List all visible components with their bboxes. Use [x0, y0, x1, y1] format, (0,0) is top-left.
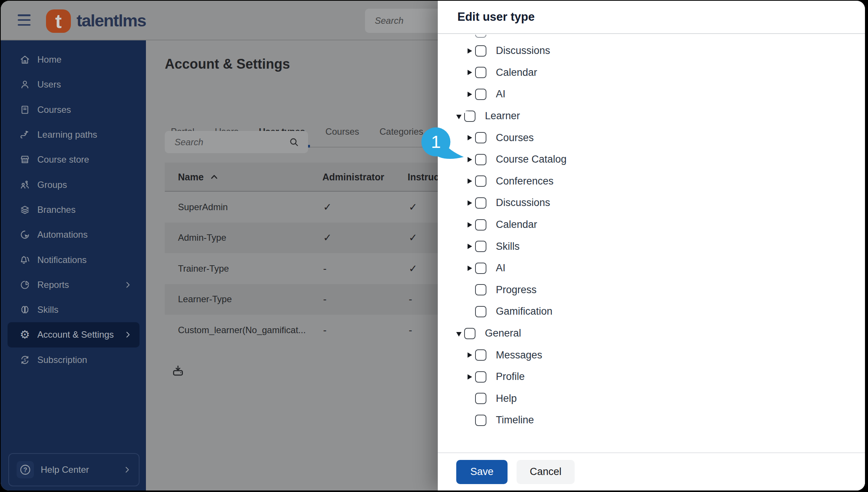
expand-arrow-icon[interactable]	[467, 70, 472, 75]
tree-item-timeline: Timeline	[438, 409, 865, 431]
expand-arrow-icon[interactable]	[467, 48, 472, 54]
expand-arrow-icon[interactable]	[467, 135, 472, 140]
instructor-value: ✓	[409, 263, 417, 275]
sidebar-item-learning-paths[interactable]: Learning paths	[8, 122, 140, 147]
checkbox-unchecked[interactable]	[475, 89, 486, 100]
tree-item-messages: Messages	[438, 344, 865, 366]
save-button[interactable]: Save	[456, 460, 508, 484]
logo-text: talentlms	[77, 1, 146, 40]
checkbox-checked[interactable]	[475, 197, 486, 209]
collapse-arrow-icon[interactable]	[456, 114, 462, 119]
checkbox-checked[interactable]	[475, 241, 486, 252]
pie-icon	[19, 279, 31, 291]
tree-item-label: Discussions	[496, 45, 550, 57]
layers-icon	[19, 204, 31, 216]
expand-arrow-icon[interactable]	[467, 352, 472, 358]
checkbox-checked[interactable]	[475, 263, 486, 274]
expand-arrow-icon[interactable]	[467, 200, 472, 206]
sidebar-item-course-store[interactable]: Course store	[8, 147, 140, 172]
checkbox-checked[interactable]	[475, 393, 486, 404]
subscription-icon: $	[19, 354, 31, 366]
collapse-arrow-icon[interactable]	[456, 331, 462, 336]
tree-item-progress: Progress	[438, 279, 865, 301]
tree-item-learner: Learner	[438, 105, 865, 127]
permissions-tree: DiscussionsCalendarAILearnerCoursesCours…	[438, 35, 865, 452]
instructor-value: ✓	[409, 232, 417, 244]
sidebar-item-skills[interactable]: Skills	[8, 297, 140, 322]
checkbox-checked[interactable]	[475, 371, 486, 383]
checkbox-unchecked[interactable]	[475, 67, 486, 78]
tree-item-discussions: Discussions	[438, 40, 865, 62]
administrator-value: -	[323, 294, 327, 305]
administrator-value: ✓	[323, 232, 332, 244]
sidebar-item-home[interactable]: Home	[8, 47, 140, 72]
tree-item-gamification: Gamification	[438, 301, 865, 323]
expand-arrow-icon[interactable]	[467, 244, 472, 249]
tab-courses[interactable]: Courses	[325, 126, 359, 147]
checkbox-indeterminate[interactable]	[464, 111, 475, 122]
expand-arrow-icon[interactable]	[467, 92, 472, 97]
checkbox-checked[interactable]	[475, 415, 486, 426]
expand-arrow-icon[interactable]	[467, 178, 472, 184]
sidebar-item-branches[interactable]: Branches	[8, 197, 140, 222]
talentlms-logo-icon: t	[46, 9, 71, 33]
page-title: Account & Settings	[165, 56, 290, 72]
user-type-name: Learner-Type	[178, 294, 232, 304]
expand-arrow-icon[interactable]	[467, 266, 472, 271]
tree-item-label: AI	[496, 88, 506, 100]
sidebar-item-help-center[interactable]: ? Help Center	[8, 453, 140, 486]
administrator-value: -	[323, 263, 327, 274]
column-header-name[interactable]: Name	[178, 171, 204, 182]
gear-icon: ⚙	[19, 329, 31, 341]
tree-item-label: Conferences	[496, 175, 554, 187]
tree-item-label: AI	[496, 262, 506, 274]
tree-spacer	[467, 418, 472, 423]
sidebar-item-reports[interactable]: Reports	[8, 272, 140, 297]
sidebar-item-account-settings[interactable]: ⚙Account & Settings	[8, 322, 140, 347]
sidebar-item-subscription[interactable]: $Subscription	[8, 347, 140, 372]
tab-categories[interactable]: Categories	[379, 126, 423, 147]
expand-arrow-icon[interactable]	[467, 374, 472, 380]
checkbox-checked[interactable]	[475, 175, 486, 187]
checkbox-checked[interactable]	[464, 328, 475, 339]
svg-text:$: $	[24, 357, 26, 362]
tree-item-profile: Profile	[438, 366, 865, 388]
column-header-administrator[interactable]: Administrator	[322, 171, 384, 182]
tree-item-label: Discussions	[496, 197, 550, 209]
instructor-value: -	[409, 324, 412, 336]
checkbox-checked[interactable]	[475, 349, 486, 361]
checkbox-checked[interactable]	[475, 284, 486, 295]
sidebar-item-automations[interactable]: Automations	[8, 222, 140, 247]
checkbox-checked[interactable]	[475, 132, 486, 143]
tree-item-label: Messages	[496, 349, 542, 361]
sidebar: HomeUsersCoursesLearning pathsCourse sto…	[1, 40, 146, 490]
tree-item-label: Profile	[496, 371, 525, 383]
hamburger-menu-icon[interactable]	[18, 14, 31, 26]
tree-item-label: Calendar	[496, 67, 537, 78]
checkbox-checked[interactable]	[475, 219, 486, 231]
sidebar-item-notifications[interactable]: Notifications	[8, 247, 140, 272]
edit-user-type-panel: Edit user type DiscussionsCalendarAILear…	[438, 1, 865, 490]
expand-arrow-icon[interactable]	[467, 222, 472, 228]
tree-item-label: Skills	[496, 241, 520, 252]
download-export-icon[interactable]	[171, 364, 185, 378]
instructor-value: -	[409, 294, 412, 305]
administrator-value: -	[323, 324, 327, 336]
tree-spacer	[467, 309, 472, 314]
expand-arrow-icon[interactable]	[467, 157, 472, 162]
table-search-input[interactable]: Search	[165, 131, 308, 153]
help-center-label: Help Center	[41, 464, 123, 475]
tree-item-skills: Skills	[438, 235, 865, 257]
tree-item-label: Timeline	[496, 414, 534, 426]
partially-scrolled-checkbox	[475, 35, 486, 38]
sort-ascending-icon[interactable]	[210, 174, 218, 180]
tree-item-label: Help	[496, 393, 517, 404]
cancel-button[interactable]: Cancel	[517, 460, 575, 484]
checkbox-unchecked[interactable]	[475, 154, 486, 165]
sidebar-item-groups[interactable]: Groups	[8, 172, 140, 197]
sidebar-item-courses[interactable]: Courses	[8, 97, 140, 122]
checkbox-checked[interactable]	[475, 306, 486, 317]
checkbox-unchecked[interactable]	[475, 45, 486, 57]
app-window: t talentlms Search HomeUsersCoursesLearn…	[1, 1, 865, 490]
sidebar-item-users[interactable]: Users	[8, 72, 140, 97]
